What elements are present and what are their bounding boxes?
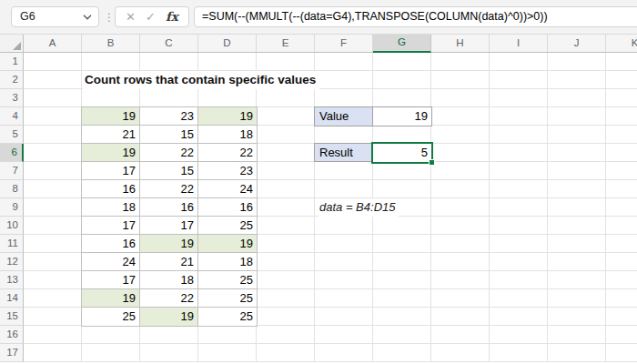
column-header-e[interactable]: E: [257, 35, 315, 52]
row-header-14[interactable]: 14: [0, 289, 24, 308]
cell-d8[interactable]: 24: [198, 180, 257, 198]
cell-b10[interactable]: 17: [82, 217, 140, 235]
cell-d15[interactable]: 25: [198, 308, 257, 326]
cell-b4[interactable]: 19: [82, 107, 140, 126]
row-header-13[interactable]: 13: [0, 271, 24, 289]
column-header-g[interactable]: G: [373, 35, 431, 53]
cell-b7[interactable]: 17: [82, 162, 140, 180]
cell-b15[interactable]: 25: [82, 308, 140, 326]
cell-d4[interactable]: 19: [198, 107, 257, 126]
enter-icon[interactable]: ✓: [146, 11, 156, 23]
insert-function-icon[interactable]: fx: [166, 11, 178, 24]
range-annotation: data = B4:D15: [318, 198, 399, 217]
row-header-17[interactable]: 17: [0, 344, 24, 362]
cell-d7[interactable]: 23: [198, 162, 257, 180]
cell-d14[interactable]: 25: [198, 289, 257, 308]
fill-handle[interactable]: [429, 159, 435, 166]
formula-text: =SUM(--(MMULT(--(data=G4),TRANSPOSE(COLU…: [202, 10, 548, 23]
column-header-i[interactable]: I: [490, 35, 548, 52]
cell-b6[interactable]: 19: [82, 144, 140, 162]
cell-c8[interactable]: 22: [140, 180, 198, 198]
row-header-5[interactable]: 5: [0, 126, 24, 144]
cell-c11[interactable]: 19: [140, 235, 198, 253]
select-all-button[interactable]: [0, 35, 24, 53]
cell-b13[interactable]: 17: [82, 271, 140, 289]
result-value: 5: [421, 146, 428, 159]
value-box: Value 19: [314, 106, 432, 126]
value-label-cell-f4[interactable]: Value: [315, 107, 373, 126]
cell-d10[interactable]: 25: [198, 217, 257, 235]
cell-c6[interactable]: 22: [140, 144, 198, 162]
column-header-k[interactable]: K: [606, 35, 637, 52]
cell-d13[interactable]: 25: [198, 271, 257, 289]
cell-b12[interactable]: 24: [82, 253, 140, 271]
cell-c9[interactable]: 16: [140, 198, 198, 217]
column-header-f[interactable]: F: [315, 35, 373, 52]
column-header-h[interactable]: H: [431, 35, 490, 52]
column-header-d[interactable]: D: [198, 35, 257, 52]
row-header-3[interactable]: 3: [0, 89, 24, 107]
cell-d9[interactable]: 16: [198, 198, 257, 217]
cell-b14[interactable]: 19: [82, 289, 140, 308]
cell-d12[interactable]: 18: [198, 253, 257, 271]
cell-c15[interactable]: 19: [140, 308, 198, 326]
row-header-8[interactable]: 8: [0, 180, 24, 198]
row-header-1[interactable]: 1: [0, 53, 24, 71]
row-header-6[interactable]: 6: [0, 144, 24, 162]
row-header-7[interactable]: 7: [0, 162, 24, 180]
separator-dots-icon: ⋮: [104, 9, 115, 25]
cell-c14[interactable]: 22: [140, 289, 198, 308]
value-cell-g4[interactable]: 19: [373, 107, 431, 126]
cell-c13[interactable]: 18: [140, 271, 198, 289]
column-header-j[interactable]: J: [548, 35, 606, 52]
cell-b11[interactable]: 16: [82, 235, 140, 253]
cell-d5[interactable]: 18: [198, 126, 257, 144]
select-all-triangle-icon: [13, 42, 21, 50]
sheet-title-cell-b2[interactable]: Count rows that contain specific values: [83, 71, 319, 89]
row-header-15[interactable]: 15: [0, 308, 24, 326]
cell-d6[interactable]: 22: [198, 144, 257, 162]
cell-d11[interactable]: 19: [198, 235, 257, 253]
row-header-4[interactable]: 4: [0, 107, 24, 126]
cell-c4[interactable]: 23: [140, 107, 198, 126]
chevron-down-icon[interactable]: [83, 15, 92, 20]
name-box[interactable]: G6: [11, 6, 99, 27]
cancel-icon[interactable]: ✕: [126, 11, 136, 23]
row-header-16[interactable]: 16: [0, 326, 24, 344]
row-header-9[interactable]: 9: [0, 198, 24, 217]
column-header-c[interactable]: C: [140, 35, 198, 52]
name-box-value: G6: [20, 10, 35, 23]
result-label-cell-f6[interactable]: Result: [314, 143, 373, 162]
row-header-10[interactable]: 10: [0, 217, 24, 235]
cell-b9[interactable]: 18: [82, 198, 140, 217]
cell-b8[interactable]: 16: [82, 180, 140, 198]
cell-c5[interactable]: 15: [140, 126, 198, 144]
column-header-b[interactable]: B: [82, 35, 140, 52]
cell-c12[interactable]: 21: [140, 253, 198, 271]
data-table: 1923192115181922221715231622241816161717…: [81, 106, 258, 327]
selected-cell-g6[interactable]: 5: [371, 142, 433, 164]
cell-b5[interactable]: 21: [82, 126, 140, 144]
cell-c10[interactable]: 17: [140, 217, 198, 235]
formula-input[interactable]: =SUM(--(MMULT(--(data=G4),TRANSPOSE(COLU…: [194, 6, 637, 27]
row-header-11[interactable]: 11: [0, 235, 24, 253]
row-header-12[interactable]: 12: [0, 253, 24, 271]
column-header-a[interactable]: A: [24, 35, 82, 52]
row-header-2[interactable]: 2: [0, 71, 24, 89]
formula-buttons: ✕ ✓ fx: [115, 6, 189, 27]
formula-bar: G6 ⋮ ✕ ✓ fx =SUM(--(MMULT(--(data=G4),TR…: [0, 0, 637, 35]
cell-c7[interactable]: 15: [140, 162, 198, 180]
